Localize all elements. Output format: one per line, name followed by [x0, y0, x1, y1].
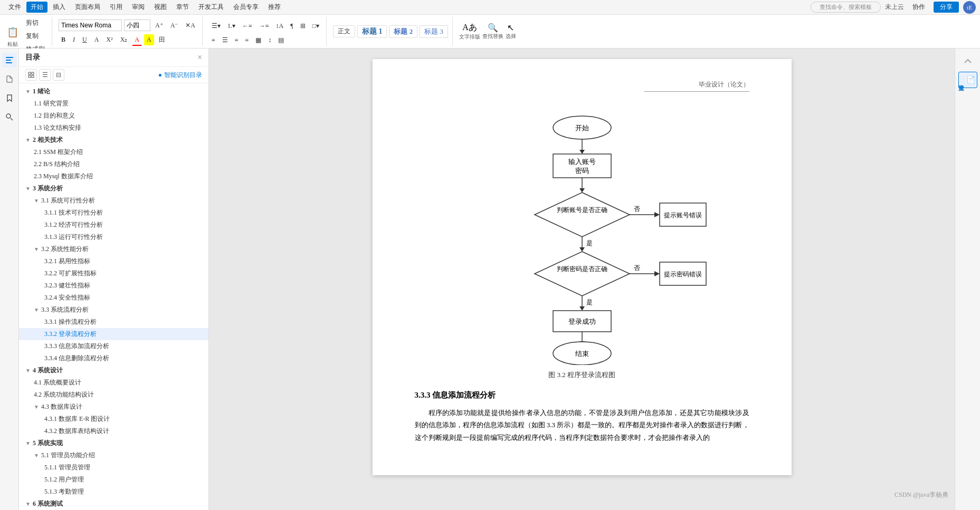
menu-recommend[interactable]: 推荐 [264, 2, 285, 13]
doc-area[interactable]: 毕业设计（论文） 开始 输入账号 密码 [209, 49, 955, 510]
paragraph-sort-btn[interactable]: ↕A [273, 21, 287, 32]
clear-format-btn[interactable]: ✕A [183, 20, 198, 31]
thesis-check-btn[interactable]: 📄 论文查重 [958, 72, 977, 88]
numbering-btn[interactable]: 1.▾ [225, 21, 238, 32]
menu-home[interactable]: 开始 [26, 2, 47, 13]
user-avatar[interactable]: tE [963, 1, 976, 14]
toc-close-btn[interactable]: × [197, 53, 202, 62]
toc-item[interactable]: ▼3.3 系统流程分析 [19, 304, 208, 316]
bold-btn[interactable]: B [59, 34, 68, 45]
toc-item[interactable]: 5.1.1 管理员管理 [19, 461, 208, 474]
columns-btn[interactable]: ▦ [253, 35, 264, 46]
font-name-input[interactable] [59, 20, 122, 31]
toc-item[interactable]: 3.2.2 可扩展性指标 [19, 267, 208, 280]
toc-item[interactable]: 5.1.3 考勤管理 [19, 486, 208, 498]
menu-member[interactable]: 会员专享 [229, 2, 263, 13]
toc-expand-all-btn[interactable] [25, 69, 37, 81]
menu-chapter[interactable]: 章节 [172, 2, 193, 13]
scroll-up-icon[interactable] [962, 55, 974, 68]
bullets-btn[interactable]: ☰▾ [209, 21, 223, 32]
justify-btn[interactable]: ≡ [243, 35, 252, 46]
menu-insert[interactable]: 插入 [49, 2, 70, 13]
border-btn[interactable]: 田 [156, 34, 168, 46]
toc-item[interactable]: 3.1.3 运行可行性分析 [19, 231, 208, 243]
toc-item[interactable]: 4.3.2 数据库表结构设计 [19, 425, 208, 437]
toc-item[interactable]: 3.1.1 技术可行性分析 [19, 207, 208, 219]
toc-item[interactable]: ▼1 绪论 [19, 85, 208, 98]
copy-btn[interactable]: 复制 [23, 30, 47, 42]
style-h3[interactable]: 标题 3 [420, 25, 448, 38]
strikethrough-btn[interactable]: A [92, 34, 102, 45]
menu-developer[interactable]: 开发工具 [194, 2, 228, 13]
font-grow-btn[interactable]: A⁺ [153, 20, 166, 31]
toc-item[interactable]: ▼4.3 数据库设计 [19, 401, 208, 413]
files-icon[interactable] [2, 72, 17, 86]
para-border-btn[interactable]: ⊞ [298, 21, 308, 32]
toc-item[interactable]: 2.1 SSM 框架介绍 [19, 146, 208, 158]
toc-item[interactable]: 4.2 系统功能结构设计 [19, 389, 208, 401]
find-replace-btn[interactable]: 🔍 查找替换 [482, 23, 503, 40]
toc-item[interactable]: 1.1 研究背景 [19, 98, 208, 110]
menu-references[interactable]: 引用 [106, 2, 127, 13]
paste-btn[interactable]: 📋 [4, 25, 21, 40]
border-shading-btn[interactable]: ▤ [275, 35, 287, 46]
indent-increase-btn[interactable]: →≡ [256, 21, 272, 32]
menu-view[interactable]: 视图 [150, 2, 171, 13]
toc-item[interactable]: 3.2.3 健壮性指标 [19, 280, 208, 292]
bookmark-icon[interactable] [2, 91, 17, 105]
share-btn[interactable]: 分享 [934, 2, 959, 13]
indent-decrease-btn[interactable]: ←≡ [240, 21, 255, 32]
toc-item[interactable]: ▼4 系统设计 [19, 364, 208, 377]
toc-item[interactable]: ▼2 相关技术 [19, 134, 208, 146]
line-spacing-btn[interactable]: ↕ [265, 35, 274, 46]
char-spacing-btn[interactable]: Aあ 文字排版 [459, 22, 480, 41]
menu-review[interactable]: 审阅 [128, 2, 149, 13]
italic-btn[interactable]: I [70, 34, 78, 45]
para-shading-btn[interactable]: □▾ [310, 21, 322, 32]
menu-page-layout[interactable]: 页面布局 [71, 2, 104, 13]
toc-item[interactable]: 1.3 论文结构安排 [19, 122, 208, 134]
toc-item[interactable]: 2.2 B/S 结构介绍 [19, 158, 208, 170]
align-left-btn[interactable]: ≡ [209, 35, 218, 46]
toc-icon[interactable] [2, 53, 17, 68]
para-mark-btn[interactable]: ¶ [288, 21, 296, 32]
toc-item[interactable]: 5.1.2 用户管理 [19, 474, 208, 486]
cut-btn[interactable]: 剪切 [23, 17, 47, 29]
toc-item[interactable]: ▼3.2 系统性能分析 [19, 243, 208, 255]
subscript-btn[interactable]: X₂ [118, 34, 130, 45]
toc-item[interactable]: 3.2.4 安全性指标 [19, 292, 208, 304]
toc-item[interactable]: ▼3 系统分析 [19, 182, 208, 195]
toc-ai-btn[interactable]: ● 智能识别目录 [158, 71, 202, 80]
toc-item[interactable]: ▼3.1 系统可行性分析 [19, 195, 208, 207]
toc-item[interactable]: ▼6 系统测试 [19, 498, 208, 510]
menu-file[interactable]: 文件 [4, 2, 25, 13]
style-h2[interactable]: 标题 2 [389, 25, 417, 38]
font-color-btn[interactable]: A [132, 34, 142, 46]
search-bar[interactable]: 查找命令、搜索模板 [811, 2, 881, 13]
select-btn[interactable]: ↖ 选择 [506, 23, 516, 40]
underline-btn[interactable]: U [80, 34, 90, 45]
superscript-btn[interactable]: X² [103, 34, 115, 45]
toc-item[interactable]: 4.1 系统概要设计 [19, 377, 208, 389]
collab-btn[interactable]: 协作 [908, 2, 929, 13]
toc-item[interactable]: 4.3.1 数据库 E-R 图设计 [19, 413, 208, 425]
toc-item[interactable]: 3.3.3 信息添加流程分析 [19, 340, 208, 352]
toc-item[interactable]: ▼5 系统实现 [19, 437, 208, 449]
toc-collapse-all-btn[interactable]: ☰ [39, 69, 51, 81]
align-right-btn[interactable]: ≡ [232, 35, 241, 46]
toc-item[interactable]: 1.2 目的和意义 [19, 110, 208, 122]
font-shrink-btn[interactable]: A⁻ [168, 20, 181, 31]
toc-item[interactable]: ▼5.1 管理员功能介绍 [19, 449, 208, 461]
style-normal[interactable]: 正文 [333, 25, 355, 37]
toc-item[interactable]: 3.3.4 信息删除流程分析 [19, 352, 208, 364]
toc-item[interactable]: 3.1.2 经济可行性分析 [19, 219, 208, 231]
toc-item[interactable]: 3.3.1 操作流程分析 [19, 316, 208, 328]
align-center-btn[interactable]: ☰ [220, 35, 231, 46]
font-size-input[interactable] [124, 20, 150, 31]
toc-item[interactable]: 2.3 Mysql 数据库介绍 [19, 170, 208, 182]
toc-item[interactable]: 3.2.1 易用性指标 [19, 255, 208, 267]
search-icon[interactable] [2, 110, 17, 124]
style-h1[interactable]: 标题 1 [357, 25, 387, 38]
toc-view-toggle-btn[interactable]: ⊟ [53, 69, 64, 81]
highlight-btn[interactable]: A [144, 34, 154, 45]
